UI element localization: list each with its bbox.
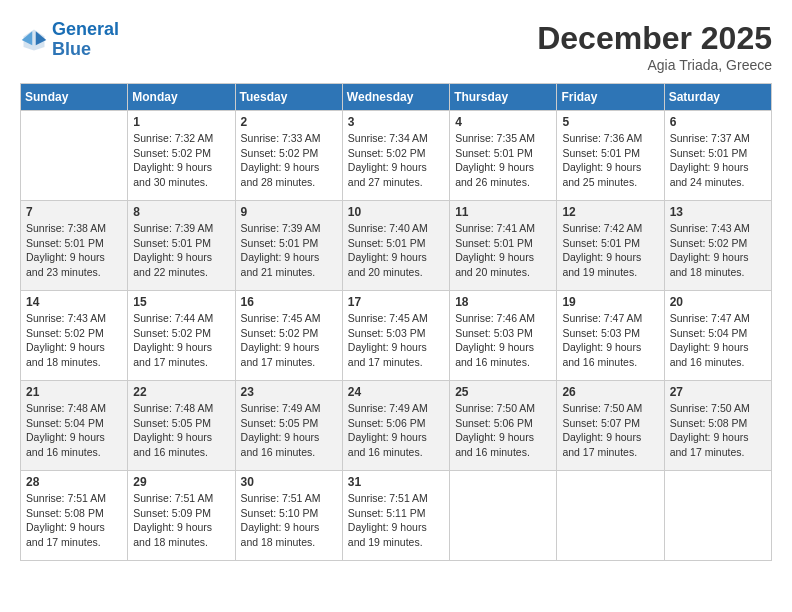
day-number: 21 [26, 385, 122, 399]
calendar-week-row: 1Sunrise: 7:32 AM Sunset: 5:02 PM Daylig… [21, 111, 772, 201]
calendar-header-row: SundayMondayTuesdayWednesdayThursdayFrid… [21, 84, 772, 111]
col-header-tuesday: Tuesday [235, 84, 342, 111]
calendar-day-6: 6Sunrise: 7:37 AM Sunset: 5:01 PM Daylig… [664, 111, 771, 201]
day-info: Sunrise: 7:50 AM Sunset: 5:07 PM Dayligh… [562, 401, 658, 460]
day-info: Sunrise: 7:50 AM Sunset: 5:06 PM Dayligh… [455, 401, 551, 460]
logo-general: General [52, 19, 119, 39]
day-info: Sunrise: 7:38 AM Sunset: 5:01 PM Dayligh… [26, 221, 122, 280]
day-number: 28 [26, 475, 122, 489]
day-info: Sunrise: 7:32 AM Sunset: 5:02 PM Dayligh… [133, 131, 229, 190]
calendar-day-29: 29Sunrise: 7:51 AM Sunset: 5:09 PM Dayli… [128, 471, 235, 561]
page-header: General Blue December 2025 Agia Triada, … [20, 20, 772, 73]
calendar-day-24: 24Sunrise: 7:49 AM Sunset: 5:06 PM Dayli… [342, 381, 449, 471]
day-info: Sunrise: 7:41 AM Sunset: 5:01 PM Dayligh… [455, 221, 551, 280]
day-number: 8 [133, 205, 229, 219]
calendar-empty-cell [21, 111, 128, 201]
calendar-day-15: 15Sunrise: 7:44 AM Sunset: 5:02 PM Dayli… [128, 291, 235, 381]
calendar-day-9: 9Sunrise: 7:39 AM Sunset: 5:01 PM Daylig… [235, 201, 342, 291]
day-info: Sunrise: 7:37 AM Sunset: 5:01 PM Dayligh… [670, 131, 766, 190]
day-number: 16 [241, 295, 337, 309]
calendar-day-7: 7Sunrise: 7:38 AM Sunset: 5:01 PM Daylig… [21, 201, 128, 291]
calendar-day-12: 12Sunrise: 7:42 AM Sunset: 5:01 PM Dayli… [557, 201, 664, 291]
day-number: 9 [241, 205, 337, 219]
col-header-friday: Friday [557, 84, 664, 111]
day-number: 27 [670, 385, 766, 399]
day-info: Sunrise: 7:39 AM Sunset: 5:01 PM Dayligh… [241, 221, 337, 280]
calendar-day-5: 5Sunrise: 7:36 AM Sunset: 5:01 PM Daylig… [557, 111, 664, 201]
calendar-day-18: 18Sunrise: 7:46 AM Sunset: 5:03 PM Dayli… [450, 291, 557, 381]
day-number: 23 [241, 385, 337, 399]
calendar-empty-cell [664, 471, 771, 561]
calendar-day-4: 4Sunrise: 7:35 AM Sunset: 5:01 PM Daylig… [450, 111, 557, 201]
day-info: Sunrise: 7:43 AM Sunset: 5:02 PM Dayligh… [670, 221, 766, 280]
day-info: Sunrise: 7:33 AM Sunset: 5:02 PM Dayligh… [241, 131, 337, 190]
day-number: 3 [348, 115, 444, 129]
day-number: 24 [348, 385, 444, 399]
calendar-day-30: 30Sunrise: 7:51 AM Sunset: 5:10 PM Dayli… [235, 471, 342, 561]
day-info: Sunrise: 7:42 AM Sunset: 5:01 PM Dayligh… [562, 221, 658, 280]
day-info: Sunrise: 7:50 AM Sunset: 5:08 PM Dayligh… [670, 401, 766, 460]
day-info: Sunrise: 7:49 AM Sunset: 5:06 PM Dayligh… [348, 401, 444, 460]
calendar-day-8: 8Sunrise: 7:39 AM Sunset: 5:01 PM Daylig… [128, 201, 235, 291]
day-number: 17 [348, 295, 444, 309]
day-number: 30 [241, 475, 337, 489]
logo: General Blue [20, 20, 119, 60]
calendar-day-1: 1Sunrise: 7:32 AM Sunset: 5:02 PM Daylig… [128, 111, 235, 201]
day-number: 13 [670, 205, 766, 219]
day-number: 1 [133, 115, 229, 129]
day-number: 5 [562, 115, 658, 129]
day-number: 11 [455, 205, 551, 219]
day-info: Sunrise: 7:36 AM Sunset: 5:01 PM Dayligh… [562, 131, 658, 190]
logo-blue: Blue [52, 39, 91, 59]
day-info: Sunrise: 7:45 AM Sunset: 5:02 PM Dayligh… [241, 311, 337, 370]
day-number: 22 [133, 385, 229, 399]
calendar-week-row: 28Sunrise: 7:51 AM Sunset: 5:08 PM Dayli… [21, 471, 772, 561]
day-info: Sunrise: 7:51 AM Sunset: 5:10 PM Dayligh… [241, 491, 337, 550]
col-header-sunday: Sunday [21, 84, 128, 111]
calendar-table: SundayMondayTuesdayWednesdayThursdayFrid… [20, 83, 772, 561]
calendar-week-row: 14Sunrise: 7:43 AM Sunset: 5:02 PM Dayli… [21, 291, 772, 381]
calendar-week-row: 21Sunrise: 7:48 AM Sunset: 5:04 PM Dayli… [21, 381, 772, 471]
day-info: Sunrise: 7:48 AM Sunset: 5:05 PM Dayligh… [133, 401, 229, 460]
day-info: Sunrise: 7:51 AM Sunset: 5:11 PM Dayligh… [348, 491, 444, 550]
month-title: December 2025 [537, 20, 772, 57]
calendar-day-19: 19Sunrise: 7:47 AM Sunset: 5:03 PM Dayli… [557, 291, 664, 381]
calendar-day-16: 16Sunrise: 7:45 AM Sunset: 5:02 PM Dayli… [235, 291, 342, 381]
col-header-monday: Monday [128, 84, 235, 111]
day-number: 10 [348, 205, 444, 219]
calendar-day-22: 22Sunrise: 7:48 AM Sunset: 5:05 PM Dayli… [128, 381, 235, 471]
calendar-week-row: 7Sunrise: 7:38 AM Sunset: 5:01 PM Daylig… [21, 201, 772, 291]
day-number: 15 [133, 295, 229, 309]
logo-text: General Blue [52, 20, 119, 60]
day-number: 4 [455, 115, 551, 129]
day-number: 26 [562, 385, 658, 399]
day-number: 12 [562, 205, 658, 219]
day-number: 7 [26, 205, 122, 219]
calendar-day-31: 31Sunrise: 7:51 AM Sunset: 5:11 PM Dayli… [342, 471, 449, 561]
col-header-saturday: Saturday [664, 84, 771, 111]
calendar-day-2: 2Sunrise: 7:33 AM Sunset: 5:02 PM Daylig… [235, 111, 342, 201]
day-number: 18 [455, 295, 551, 309]
calendar-day-21: 21Sunrise: 7:48 AM Sunset: 5:04 PM Dayli… [21, 381, 128, 471]
calendar-empty-cell [557, 471, 664, 561]
calendar-day-13: 13Sunrise: 7:43 AM Sunset: 5:02 PM Dayli… [664, 201, 771, 291]
day-info: Sunrise: 7:46 AM Sunset: 5:03 PM Dayligh… [455, 311, 551, 370]
calendar-day-17: 17Sunrise: 7:45 AM Sunset: 5:03 PM Dayli… [342, 291, 449, 381]
day-number: 25 [455, 385, 551, 399]
calendar-day-26: 26Sunrise: 7:50 AM Sunset: 5:07 PM Dayli… [557, 381, 664, 471]
calendar-day-23: 23Sunrise: 7:49 AM Sunset: 5:05 PM Dayli… [235, 381, 342, 471]
title-block: December 2025 Agia Triada, Greece [537, 20, 772, 73]
day-info: Sunrise: 7:51 AM Sunset: 5:09 PM Dayligh… [133, 491, 229, 550]
calendar-empty-cell [450, 471, 557, 561]
day-info: Sunrise: 7:49 AM Sunset: 5:05 PM Dayligh… [241, 401, 337, 460]
day-info: Sunrise: 7:44 AM Sunset: 5:02 PM Dayligh… [133, 311, 229, 370]
col-header-thursday: Thursday [450, 84, 557, 111]
day-number: 6 [670, 115, 766, 129]
day-info: Sunrise: 7:47 AM Sunset: 5:04 PM Dayligh… [670, 311, 766, 370]
day-info: Sunrise: 7:34 AM Sunset: 5:02 PM Dayligh… [348, 131, 444, 190]
calendar-day-25: 25Sunrise: 7:50 AM Sunset: 5:06 PM Dayli… [450, 381, 557, 471]
calendar-day-3: 3Sunrise: 7:34 AM Sunset: 5:02 PM Daylig… [342, 111, 449, 201]
day-number: 2 [241, 115, 337, 129]
day-info: Sunrise: 7:48 AM Sunset: 5:04 PM Dayligh… [26, 401, 122, 460]
day-info: Sunrise: 7:43 AM Sunset: 5:02 PM Dayligh… [26, 311, 122, 370]
